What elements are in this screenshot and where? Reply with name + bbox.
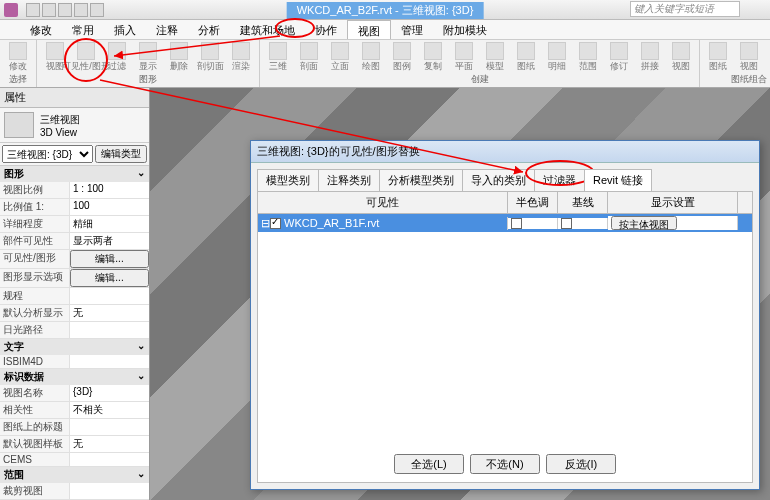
display-settings-button[interactable]: 按主体视图: [611, 216, 677, 230]
dialog-tab-3[interactable]: 导入的类别: [462, 169, 535, 191]
menu-协作[interactable]: 协作: [305, 20, 347, 39]
link-row[interactable]: ⊟ WKCD_AR_B1F.rvt按主体视图: [258, 214, 752, 232]
prop-section-标识数据[interactable]: 标识数据⌄: [0, 369, 149, 385]
footer-btn[interactable]: 全选(L): [394, 454, 464, 474]
edit-type-button[interactable]: 编辑类型: [95, 145, 147, 163]
prop-value[interactable]: 不相关: [70, 402, 149, 418]
ribbon-视图[interactable]: 视图: [735, 42, 763, 73]
prop-value[interactable]: 编辑...: [70, 250, 149, 268]
ribbon-修改[interactable]: 修改: [4, 42, 32, 73]
menu-视图[interactable]: 视图: [347, 20, 391, 39]
ribbon-复制[interactable]: 复制: [419, 42, 447, 73]
ribbon-图纸[interactable]: 图纸: [512, 42, 540, 73]
prop-value[interactable]: 1 : 100: [70, 182, 149, 198]
prop-value[interactable]: {3D}: [70, 385, 149, 401]
ribbon-平面[interactable]: 平面: [450, 42, 478, 73]
footer-btn[interactable]: 反选(I): [546, 454, 616, 474]
prop-value[interactable]: [70, 419, 149, 435]
ribbon-剖面[interactable]: 剖面: [295, 42, 323, 73]
ribbon-过滤[interactable]: 过滤: [103, 42, 131, 73]
menu-修改[interactable]: 修改: [20, 20, 62, 39]
dialog-tab-0[interactable]: 模型类别: [257, 169, 319, 191]
menu-管理[interactable]: 管理: [391, 20, 433, 39]
dialog-tab-1[interactable]: 注释类别: [318, 169, 380, 191]
prop-row: 视图比例1 : 100: [0, 182, 149, 199]
visibility-checkbox[interactable]: [270, 218, 281, 229]
prop-row: 视图名称{3D}: [0, 385, 149, 402]
ribbon-立面[interactable]: 立面: [326, 42, 354, 73]
prop-key: CEMS: [0, 453, 70, 466]
prop-key: 图纸上的标题: [0, 419, 70, 435]
prop-key: 图形显示选项: [0, 269, 70, 287]
dialog-footer: 全选(L)不选(N)反选(I): [258, 448, 752, 482]
prop-value[interactable]: 精细: [70, 216, 149, 232]
qat-redo-icon[interactable]: [74, 3, 88, 17]
prop-row: 默认视图样板无: [0, 436, 149, 453]
prop-row: 图形显示选项编辑...: [0, 269, 149, 288]
menu-常用[interactable]: 常用: [62, 20, 104, 39]
ribbon-模型[interactable]: 模型: [481, 42, 509, 73]
prop-section-范围[interactable]: 范围⌄: [0, 467, 149, 483]
dialog-tab-5[interactable]: Revit 链接: [584, 169, 652, 191]
search-input[interactable]: 键入关键字或短语: [630, 1, 740, 17]
prop-value[interactable]: 无: [70, 305, 149, 321]
halftone-checkbox[interactable]: [511, 218, 522, 229]
qat-save-icon[interactable]: [42, 3, 56, 17]
ribbon-图纸[interactable]: 图纸: [704, 42, 732, 73]
ribbon-绘图[interactable]: 绘图: [357, 42, 385, 73]
view-selector[interactable]: 三维视图: {3D}: [2, 145, 93, 163]
prop-row: 详细程度精细: [0, 216, 149, 233]
prop-value[interactable]: 无: [70, 436, 149, 452]
menu-附加模块[interactable]: 附加模块: [433, 20, 497, 39]
menu-分析[interactable]: 分析: [188, 20, 230, 39]
prop-value[interactable]: [70, 483, 149, 499]
ribbon-三维[interactable]: 三维: [264, 42, 292, 73]
table-header: 可见性半色调基线显示设置: [258, 192, 752, 214]
prop-section-图形[interactable]: 图形⌄: [0, 166, 149, 182]
quick-access-toolbar: [26, 3, 104, 17]
dialog-tab-4[interactable]: 过滤器: [534, 169, 585, 191]
ribbon-标题[interactable]: 标题: [766, 42, 770, 73]
ribbon-显示[interactable]: 显示: [134, 42, 162, 73]
ribbon-修订[interactable]: 修订: [605, 42, 633, 73]
prop-key: 视图比例: [0, 182, 70, 198]
dialog-content: 可见性半色调基线显示设置 ⊟ WKCD_AR_B1F.rvt按主体视图 全选(L…: [257, 191, 753, 483]
menu-建筑和场地[interactable]: 建筑和场地: [230, 20, 305, 39]
prop-key: 裁剪视图: [0, 483, 70, 499]
prop-value[interactable]: 100: [70, 199, 149, 215]
prop-section-文字[interactable]: 文字⌄: [0, 339, 149, 355]
menu-插入[interactable]: 插入: [104, 20, 146, 39]
view-subname: 3D View: [40, 127, 80, 138]
qat-undo-icon[interactable]: [58, 3, 72, 17]
prop-value[interactable]: [70, 322, 149, 338]
prop-row: 相关性不相关: [0, 402, 149, 419]
prop-value[interactable]: [70, 453, 149, 466]
properties-grid: 图形⌄视图比例1 : 100比例值 1:100详细程度精细部件可见性显示两者可见…: [0, 166, 149, 500]
prop-key: 部件可见性: [0, 233, 70, 249]
ribbon-图例[interactable]: 图例: [388, 42, 416, 73]
ribbon-group-label: 图纸组合: [704, 73, 770, 86]
ribbon-可见性/图形[interactable]: 可见性/图形: [72, 42, 100, 73]
ribbon-剖切面[interactable]: 剖切面: [196, 42, 224, 73]
ribbon-视图[interactable]: 视图: [667, 42, 695, 73]
ribbon-删除[interactable]: 删除: [165, 42, 193, 73]
ribbon-范围[interactable]: 范围: [574, 42, 602, 73]
ribbon-渲染[interactable]: 渲染: [227, 42, 255, 73]
ribbon-拼接[interactable]: 拼接: [636, 42, 664, 73]
prop-value[interactable]: 编辑...: [70, 269, 149, 287]
menu-注释[interactable]: 注释: [146, 20, 188, 39]
prop-value[interactable]: 显示两者: [70, 233, 149, 249]
ribbon-明细[interactable]: 明细: [543, 42, 571, 73]
qat-print-icon[interactable]: [90, 3, 104, 17]
prop-row: 日光路径: [0, 322, 149, 339]
prop-value[interactable]: [70, 288, 149, 304]
col-基线: 基线: [558, 192, 608, 213]
footer-btn[interactable]: 不选(N): [470, 454, 540, 474]
dialog-tab-2[interactable]: 分析模型类别: [379, 169, 463, 191]
underlay-checkbox[interactable]: [561, 218, 572, 229]
qat-open-icon[interactable]: [26, 3, 40, 17]
ribbon: 修改选择视图可见性/图形过滤显示删除剖切面渲染图形三维剖面立面绘图图例复制平面模…: [0, 40, 770, 88]
prop-value[interactable]: [70, 355, 149, 368]
view-cube-icon: [4, 112, 34, 138]
prop-row: 图纸上的标题: [0, 419, 149, 436]
